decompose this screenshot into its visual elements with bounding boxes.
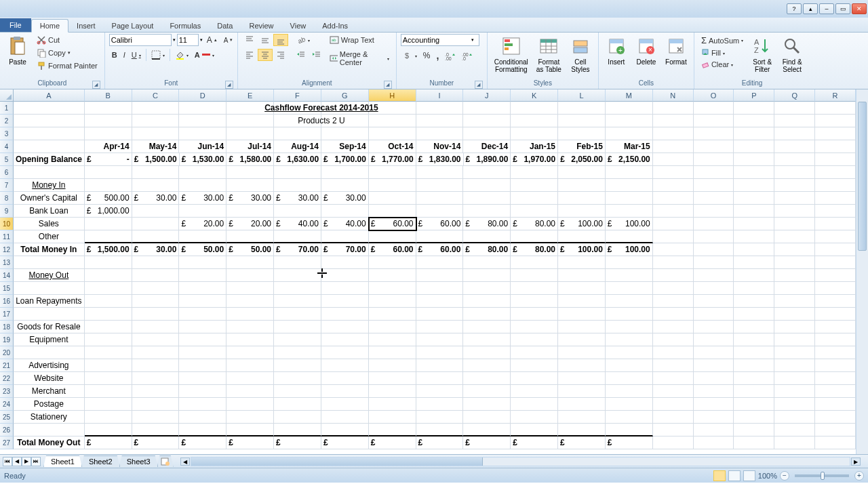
cell[interactable] [321,398,369,411]
cell[interactable] [369,411,416,424]
cell[interactable]: Jan-15 [511,140,558,153]
cell[interactable] [558,269,606,282]
row-header-27[interactable]: 27 [0,436,14,449]
cell[interactable]: Equipment [14,333,85,346]
cell[interactable] [694,269,734,282]
cell[interactable] [321,179,369,192]
font-color-button[interactable]: A▾ [192,49,217,60]
cell[interactable] [463,127,511,140]
cell[interactable] [734,218,774,230]
cell[interactable] [274,269,321,282]
cell[interactable]: Stationery [14,411,85,424]
cell[interactable]: £100.00 [606,243,653,256]
cell[interactable] [694,140,734,153]
cell[interactable] [321,295,369,308]
cell[interactable]: £500.00 [85,192,132,205]
cell[interactable]: £60.00 [416,243,464,256]
cell[interactable] [653,102,694,115]
cell[interactable] [132,424,180,436]
delete-cells-button[interactable]: ×Delete [633,34,660,67]
row-header-20[interactable]: 20 [0,346,14,359]
vertical-scrollbar[interactable] [856,89,868,454]
cell[interactable] [734,385,774,398]
cell[interactable] [369,192,416,205]
cell[interactable] [815,115,856,127]
cell[interactable]: £- [85,153,132,166]
view-normal-button[interactable] [713,470,726,481]
cell[interactable] [14,256,85,269]
col-header-L[interactable]: L [558,89,606,102]
cell[interactable] [416,385,464,398]
col-header-F[interactable]: F [274,89,321,102]
increase-indent-button[interactable] [309,49,324,61]
cell[interactable] [694,398,734,411]
cell[interactable] [321,411,369,424]
row-header-26[interactable]: 26 [0,424,14,436]
hscroll-right[interactable]: ▶ [851,458,861,466]
cell[interactable] [321,205,369,218]
cell[interactable] [463,398,511,411]
cell[interactable] [321,346,369,359]
cell[interactable] [606,359,653,372]
cell[interactable] [653,140,694,153]
col-header-N[interactable]: N [653,89,694,102]
cell[interactable] [369,321,416,333]
cell[interactable] [734,359,774,372]
cell[interactable] [85,295,132,308]
cell[interactable] [179,346,226,359]
cell[interactable]: £ [606,436,653,449]
tab-formulas[interactable]: Formulas [161,20,209,32]
cell[interactable] [558,127,606,140]
cell[interactable] [85,166,132,179]
cell[interactable] [226,398,274,411]
cell[interactable] [463,308,511,321]
cell[interactable]: £2,050.00 [558,153,606,166]
cell[interactable]: £1,630.00 [274,153,321,166]
alignment-dialog-launcher[interactable]: ◢ [384,81,392,89]
cell[interactable] [511,115,558,127]
cell[interactable]: Website [14,372,85,385]
cell[interactable]: Cashflow Forecast 2014-2015 [321,102,369,115]
help-button[interactable]: ? [787,3,802,14]
cell[interactable] [321,256,369,269]
row-header-25[interactable]: 25 [0,411,14,424]
cell[interactable] [734,127,774,140]
clipboard-dialog-launcher[interactable]: ◢ [92,81,100,89]
cell[interactable] [369,359,416,372]
cell[interactable] [132,256,180,269]
col-header-B[interactable]: B [85,89,132,102]
cell[interactable] [132,321,180,333]
align-middle-button[interactable] [258,34,273,46]
cell[interactable] [694,127,734,140]
cell[interactable]: £1,890.00 [464,153,511,166]
cell[interactable] [694,179,734,192]
cell[interactable] [369,127,416,140]
cell[interactable] [132,179,180,192]
cell[interactable] [274,398,321,411]
cell[interactable] [774,295,815,308]
cell[interactable] [511,333,558,346]
tab-view[interactable]: View [282,20,315,32]
font-name-select[interactable] [109,34,172,46]
cell[interactable] [321,321,369,333]
cell[interactable] [653,411,694,424]
cell[interactable] [85,411,132,424]
cell[interactable] [653,127,694,140]
cell[interactable] [179,372,226,385]
cell[interactable] [653,269,694,282]
cell[interactable]: £1,580.00 [226,153,274,166]
cell[interactable] [369,385,416,398]
cell[interactable] [606,179,653,192]
cell[interactable] [85,308,132,321]
cell[interactable] [694,411,734,424]
cell[interactable]: £1,000.00 [85,205,132,218]
cell[interactable] [369,398,416,411]
cell[interactable] [815,436,856,449]
orientation-button[interactable]: ab▾ [294,34,313,46]
decrease-decimal-button[interactable]: .00.0 [459,49,475,62]
cell[interactable] [179,359,226,372]
cell[interactable] [416,424,464,436]
cell[interactable]: £80.00 [463,218,511,230]
cell[interactable] [734,398,774,411]
cell[interactable] [653,346,694,359]
